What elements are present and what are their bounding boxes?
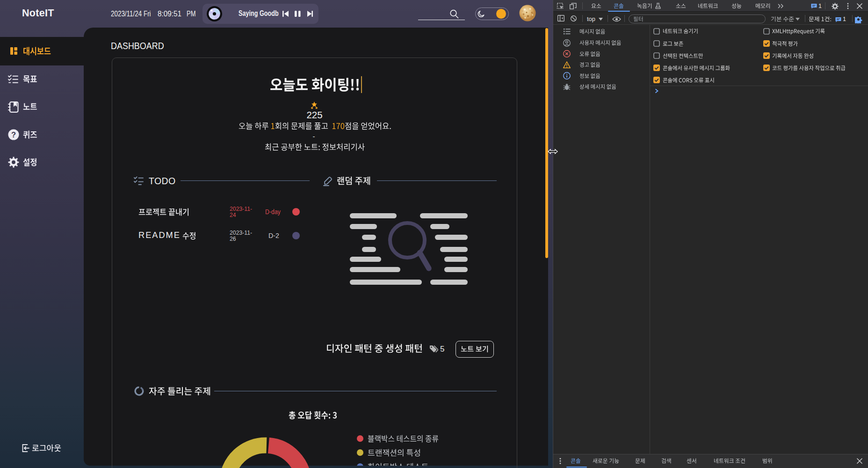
svg-text:?: ?	[11, 130, 16, 139]
